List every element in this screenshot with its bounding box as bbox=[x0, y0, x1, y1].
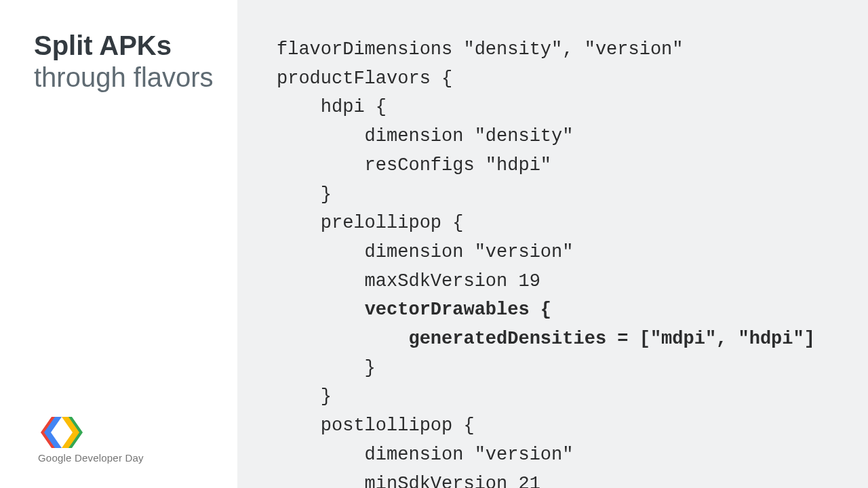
code-line: maxSdkVersion 19 bbox=[277, 271, 540, 291]
sidebar: Split APKs through flavors Google Develo… bbox=[0, 0, 237, 488]
code-line: productFlavors { bbox=[277, 68, 452, 89]
google-developer-logo-icon bbox=[38, 417, 85, 448]
code-line: resConfigs "hdpi" bbox=[277, 155, 551, 176]
slide-title: Split APKs through flavors bbox=[34, 30, 237, 94]
code-line: } bbox=[277, 386, 332, 407]
code-line: postlollipop { bbox=[277, 415, 475, 436]
svg-marker-1 bbox=[44, 417, 62, 448]
code-line: hdpi { bbox=[277, 97, 387, 117]
code-line: minSdkVersion 21 bbox=[277, 474, 540, 488]
code-line: dimension "density" bbox=[277, 126, 573, 146]
code-line: flavorDimensions "density", "version" bbox=[277, 39, 684, 60]
title-line-2: through flavors bbox=[34, 61, 237, 94]
code-line-indent bbox=[277, 329, 408, 349]
content-area: flavorDimensions "density", "version" pr… bbox=[237, 0, 868, 488]
code-line-bold: generatedDensities = ["mdpi", "hdpi"] bbox=[408, 329, 815, 349]
branding-caption: Google Developer Day bbox=[38, 452, 237, 464]
code-line-indent bbox=[277, 300, 365, 320]
code-line: dimension "version" bbox=[277, 242, 573, 262]
code-line: } bbox=[277, 184, 332, 205]
code-line: } bbox=[277, 358, 376, 378]
code-line: dimension "version" bbox=[277, 445, 573, 465]
branding: Google Developer Day bbox=[34, 417, 237, 488]
title-line-1: Split APKs bbox=[34, 30, 237, 61]
svg-marker-3 bbox=[62, 417, 79, 448]
code-line: prelollipop { bbox=[277, 213, 463, 233]
code-block: flavorDimensions "density", "version" pr… bbox=[277, 35, 868, 488]
code-line-bold: vectorDrawables { bbox=[365, 300, 551, 320]
